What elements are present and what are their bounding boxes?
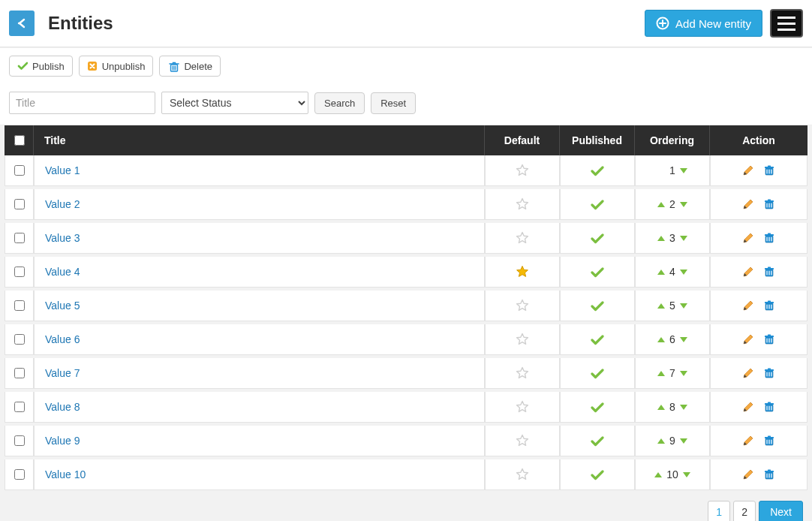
published-toggle[interactable] (591, 400, 604, 412)
published-toggle[interactable] (591, 164, 604, 176)
row-title-link[interactable]: Value 2 (45, 198, 80, 210)
col-default[interactable]: Default (485, 125, 560, 155)
published-toggle[interactable] (591, 333, 604, 345)
default-toggle[interactable] (516, 164, 529, 176)
row-delete-button[interactable] (762, 468, 776, 481)
col-title[interactable]: Title (34, 125, 485, 155)
row-checkbox[interactable] (14, 233, 25, 243)
back-button[interactable] (9, 11, 35, 36)
row-checkbox[interactable] (14, 300, 25, 311)
order-up-button[interactable] (654, 472, 662, 477)
order-down-button[interactable] (683, 472, 690, 477)
default-toggle[interactable] (516, 197, 529, 209)
default-toggle[interactable] (516, 468, 529, 480)
published-toggle[interactable] (591, 468, 604, 480)
order-up-button[interactable] (657, 405, 665, 410)
row-delete-button[interactable] (762, 434, 776, 447)
hamburger-menu-button[interactable] (770, 9, 803, 38)
published-toggle[interactable] (591, 299, 604, 311)
order-up-button[interactable] (657, 337, 665, 342)
row-title-link[interactable]: Value 4 (45, 266, 80, 278)
row-delete-button[interactable] (762, 400, 776, 414)
edit-button[interactable] (741, 468, 755, 481)
row-title-link[interactable]: Value 1 (45, 164, 80, 176)
row-checkbox[interactable] (14, 469, 25, 480)
row-checkbox[interactable] (14, 368, 25, 378)
order-up-button[interactable] (657, 202, 665, 207)
edit-button[interactable] (741, 333, 755, 346)
row-checkbox[interactable] (14, 165, 25, 176)
add-new-button[interactable]: Add New entity (645, 10, 762, 37)
default-toggle[interactable] (516, 400, 529, 412)
order-up-button[interactable] (657, 303, 665, 309)
row-delete-button[interactable] (762, 164, 776, 177)
edit-button[interactable] (741, 197, 755, 211)
row-checkbox[interactable] (14, 435, 25, 446)
default-toggle[interactable] (516, 299, 529, 311)
row-title-link[interactable]: Value 7 (45, 367, 80, 379)
default-toggle[interactable] (516, 434, 529, 446)
row-checkbox[interactable] (14, 199, 25, 209)
title-filter-input[interactable] (9, 92, 155, 114)
row-delete-button[interactable] (762, 299, 776, 312)
edit-button[interactable] (741, 164, 755, 177)
page-number-2[interactable]: 2 (733, 501, 756, 521)
published-toggle[interactable] (591, 265, 604, 277)
published-toggle[interactable] (591, 434, 604, 446)
check-icon (591, 402, 604, 414)
row-title-link[interactable]: Value 8 (45, 401, 80, 413)
order-up-button[interactable] (657, 270, 665, 275)
star-outline-icon (516, 366, 529, 380)
published-toggle[interactable] (591, 366, 604, 378)
published-toggle[interactable] (591, 231, 604, 243)
edit-button[interactable] (741, 400, 755, 414)
row-delete-button[interactable] (762, 265, 776, 279)
order-down-button[interactable] (680, 337, 687, 342)
row-delete-button[interactable] (762, 366, 776, 380)
order-down-button[interactable] (680, 168, 687, 173)
pencil-icon (741, 333, 755, 346)
order-down-button[interactable] (680, 270, 687, 275)
edit-button[interactable] (741, 299, 755, 312)
order-down-button[interactable] (680, 202, 687, 207)
delete-button[interactable]: Delete (159, 56, 221, 77)
default-toggle[interactable] (516, 333, 529, 345)
order-up-button[interactable] (657, 438, 665, 444)
order-up-button[interactable] (657, 236, 665, 241)
col-ordering[interactable]: Ordering (635, 125, 710, 155)
row-checkbox[interactable] (14, 334, 25, 345)
row-delete-button[interactable] (762, 333, 776, 346)
edit-button[interactable] (741, 231, 755, 245)
row-checkbox[interactable] (14, 267, 25, 277)
order-up-button[interactable] (657, 371, 665, 376)
order-down-button[interactable] (680, 438, 687, 444)
select-all-checkbox[interactable] (14, 135, 25, 146)
row-title-link[interactable]: Value 6 (45, 333, 80, 345)
reset-button[interactable]: Reset (371, 92, 416, 114)
col-published[interactable]: Published (560, 125, 635, 155)
page-number-1[interactable]: 1 (708, 501, 730, 521)
row-title-link[interactable]: Value 3 (45, 232, 80, 244)
row-delete-button[interactable] (762, 231, 776, 245)
status-filter-select[interactable]: Select Status (161, 92, 308, 114)
row-title-link[interactable]: Value 10 (45, 468, 86, 480)
published-toggle[interactable] (591, 197, 604, 209)
row-title-link[interactable]: Value 9 (45, 435, 80, 447)
row-delete-button[interactable] (762, 197, 776, 211)
default-toggle[interactable] (516, 265, 529, 277)
order-down-button[interactable] (680, 303, 687, 309)
row-title-link[interactable]: Value 5 (45, 300, 80, 312)
order-down-button[interactable] (680, 405, 687, 410)
order-down-button[interactable] (680, 371, 687, 376)
row-checkbox[interactable] (14, 402, 25, 412)
search-button[interactable]: Search (314, 92, 365, 114)
edit-button[interactable] (741, 265, 755, 279)
default-toggle[interactable] (516, 366, 529, 378)
edit-button[interactable] (741, 366, 755, 380)
publish-button[interactable]: Publish (9, 56, 73, 77)
page-next-button[interactable]: Next (759, 501, 803, 521)
edit-button[interactable] (741, 434, 755, 447)
unpublish-button[interactable]: Unpublish (79, 56, 154, 77)
order-down-button[interactable] (680, 236, 687, 241)
default-toggle[interactable] (516, 231, 529, 243)
